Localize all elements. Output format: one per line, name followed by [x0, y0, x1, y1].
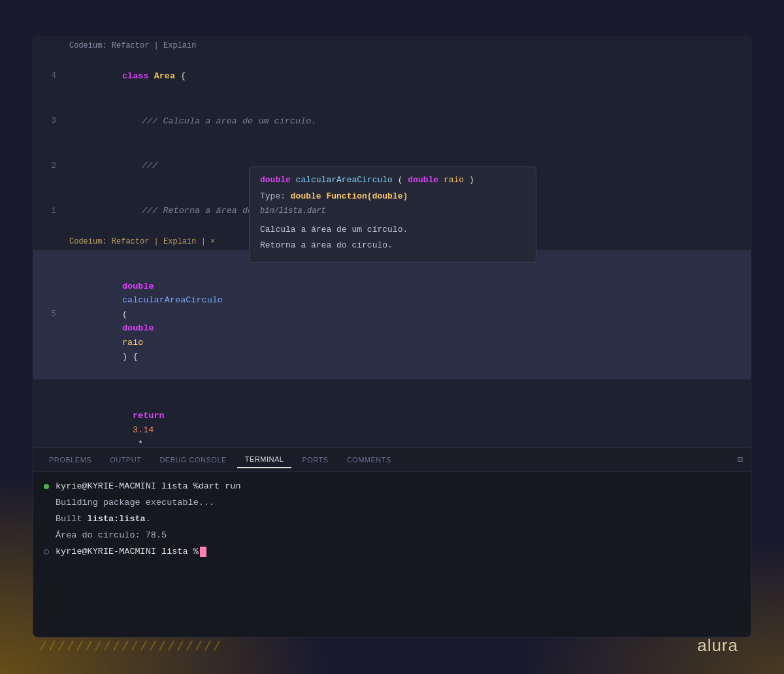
terminal-content[interactable]: kyrie@KYRIE-MACMINI lista % dart run Bui… — [33, 472, 751, 637]
code-line-1b: 1 return 3.14 * raio * raio ; — [33, 379, 751, 447]
tab-problems[interactable]: PROBLEMS — [41, 452, 99, 468]
code-line-4a: 4 class Area { — [33, 54, 751, 99]
dot-green — [44, 484, 49, 489]
panel-icon[interactable]: ⊡ — [738, 454, 743, 465]
code-line-3a: 3 /// Calcula a área de um círculo. — [33, 99, 751, 144]
dot-white — [44, 549, 49, 554]
popup-type: Type: double Function(double) — [260, 191, 525, 201]
terminal-line-4: Área do círculo: 78.5 — [44, 528, 740, 543]
code-line-5-main: 5 double calcularAreaCirculo ( double ra… — [33, 250, 751, 379]
tab-comments[interactable]: COMMENTS — [339, 452, 399, 468]
codeium-hint-1[interactable]: Codeium: Refactor | Explain — [33, 37, 751, 54]
editor-window: Codeium: Refactor | Explain 4 class Area… — [33, 37, 751, 637]
terminal-cursor — [200, 547, 206, 557]
tab-ports[interactable]: PORTS — [294, 452, 336, 468]
tab-debug-console[interactable]: DEBUG CONSOLE — [152, 452, 234, 468]
terminal-line-5: kyrie@KYRIE-MACMINI lista % — [44, 545, 740, 560]
popup-file: bin/lista.dart — [260, 206, 525, 216]
terminal-line-2: Building package executable... — [44, 496, 740, 511]
terminal-line-3: Built lista:lista. — [44, 512, 740, 527]
tab-terminal[interactable]: TERMINAL — [237, 451, 292, 468]
code-editor[interactable]: Codeium: Refactor | Explain 4 class Area… — [33, 37, 751, 447]
terminal-line-1: kyrie@KYRIE-MACMINI lista % dart run — [44, 479, 740, 494]
bottom-decoration: //////////////////// — [39, 639, 222, 654]
panel-tabs: PROBLEMS OUTPUT DEBUG CONSOLE TERMINAL P… — [33, 448, 751, 472]
popup-signature: double calcularAreaCirculo ( double raio… — [260, 175, 525, 185]
alura-logo: alura — [697, 635, 738, 656]
autocomplete-popup: double calcularAreaCirculo ( double raio… — [249, 167, 536, 263]
popup-doc: Calcula a área de um círculo. Retorna a … — [260, 223, 525, 251]
panel-area: PROBLEMS OUTPUT DEBUG CONSOLE TERMINAL P… — [33, 447, 751, 637]
tab-output[interactable]: OUTPUT — [102, 452, 149, 468]
